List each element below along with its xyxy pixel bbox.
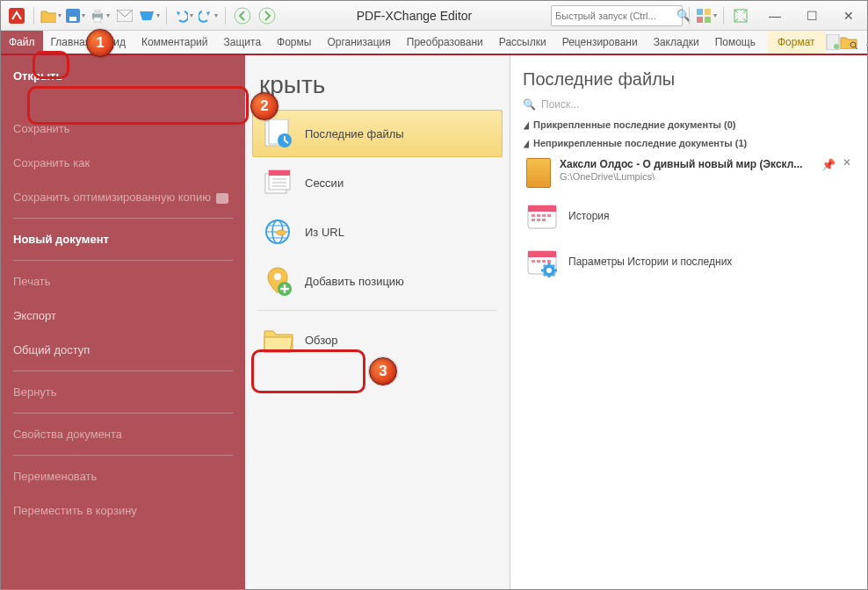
svg-point-8 bbox=[259, 8, 275, 24]
calendar-history-icon bbox=[526, 202, 558, 230]
ribbon-collapse-icon[interactable]: ᐱ bbox=[857, 38, 868, 47]
tab-mailings[interactable]: Рассылки bbox=[491, 31, 554, 54]
sidebar-item-save-as[interactable]: Сохранить как bbox=[1, 146, 245, 180]
open-sessions[interactable]: Сессии bbox=[252, 159, 503, 206]
recent-title: Последние файлы bbox=[523, 69, 855, 90]
svg-rect-5 bbox=[94, 18, 101, 22]
recent-files-icon bbox=[263, 119, 294, 148]
fullscreen-icon[interactable] bbox=[730, 5, 751, 26]
history-item[interactable]: История bbox=[523, 193, 855, 239]
sidebar-divider bbox=[13, 371, 233, 371]
sidebar-item-properties[interactable]: Свойства документа bbox=[1, 417, 245, 451]
open-add-place[interactable]: Добавить позицию bbox=[252, 257, 503, 305]
minimize-button[interactable]: — bbox=[762, 9, 788, 23]
sessions-icon bbox=[263, 168, 294, 198]
nav-back-icon[interactable] bbox=[232, 5, 253, 26]
undo-icon[interactable] bbox=[173, 5, 194, 26]
svg-point-25 bbox=[274, 273, 281, 280]
svg-rect-28 bbox=[528, 205, 556, 212]
unpinned-group-label: Неприкрепленные последние документы (1) bbox=[533, 138, 747, 148]
recent-doc-path: G:\OneDrive\Lumpics\ bbox=[560, 171, 655, 182]
svg-rect-9 bbox=[697, 9, 703, 15]
sidebar-item-save[interactable]: Сохранить bbox=[1, 112, 245, 146]
tab-file[interactable]: Файл bbox=[1, 31, 43, 54]
svg-rect-41 bbox=[547, 260, 551, 263]
sidebar-item-save-optimized[interactable]: Сохранить оптимизированную копию bbox=[1, 180, 245, 214]
app-logo-icon bbox=[6, 5, 27, 26]
browse-folder-icon bbox=[263, 325, 294, 355]
tab-help[interactable]: Помощь bbox=[707, 31, 763, 54]
svg-rect-34 bbox=[537, 219, 540, 221]
svg-rect-4 bbox=[94, 10, 101, 14]
sidebar-item-rename[interactable]: Переименовать bbox=[1, 459, 245, 493]
recent-files-panel: Последние файлы 🔍 Поиск... ◢Прикрепленны… bbox=[510, 55, 867, 589]
open-add-place-label: Добавить позицию bbox=[305, 275, 404, 288]
svg-rect-22 bbox=[269, 170, 290, 176]
save-icon[interactable] bbox=[65, 5, 86, 26]
svg-rect-40 bbox=[542, 260, 546, 263]
maximize-button[interactable]: ☐ bbox=[799, 9, 825, 23]
ui-options-icon[interactable] bbox=[696, 5, 717, 26]
sidebar-item-trash[interactable]: Переместить в корзину bbox=[1, 493, 245, 528]
tab-protect[interactable]: Защита bbox=[216, 31, 270, 54]
file-menu-sidebar: Открыть Сохранить Сохранить как Сохранит… bbox=[1, 55, 245, 589]
redo-icon[interactable] bbox=[198, 5, 219, 26]
sidebar-item-print[interactable]: Печать bbox=[1, 264, 245, 299]
svg-rect-35 bbox=[542, 219, 546, 221]
tab-convert[interactable]: Преобразовани bbox=[399, 31, 491, 54]
main-area: Открыть Сохранить Сохранить как Сохранит… bbox=[1, 55, 867, 589]
svg-rect-37 bbox=[528, 251, 556, 257]
recent-document-item[interactable]: Хаксли Олдос - О дивный новый мир (Экскл… bbox=[523, 153, 855, 193]
sidebar-divider bbox=[13, 260, 233, 261]
sidebar-divider bbox=[13, 413, 233, 414]
tab-bookmarks[interactable]: Закладки bbox=[646, 31, 707, 54]
tab-comment[interactable]: Комментарий bbox=[134, 31, 216, 54]
close-button[interactable]: ✕ bbox=[835, 9, 862, 23]
sidebar-divider bbox=[13, 455, 233, 456]
sidebar-item-open[interactable]: Открыть bbox=[1, 55, 245, 97]
open-browse-label: Обзор bbox=[305, 334, 338, 347]
nav-forward-icon[interactable] bbox=[257, 5, 278, 26]
sidebar-item-share[interactable]: Общий доступ bbox=[1, 333, 245, 367]
app-title: PDF-XChange Editor bbox=[281, 9, 547, 23]
open-sessions-label: Сессии bbox=[305, 176, 344, 190]
open-from-url[interactable]: Из URL bbox=[252, 208, 503, 255]
scan-icon[interactable] bbox=[139, 5, 160, 26]
open-browse[interactable]: Обзор bbox=[252, 316, 503, 363]
globe-url-icon bbox=[263, 217, 294, 247]
sidebar-item-export[interactable]: Экспорт bbox=[1, 299, 245, 333]
sidebar-item-revert[interactable]: Вернуть bbox=[1, 375, 245, 409]
pin-icon[interactable]: 📌 bbox=[821, 158, 835, 171]
mid-divider bbox=[257, 310, 497, 311]
recent-doc-title: Хаксли Олдос - О дивный новый мир (Экскл… bbox=[560, 158, 802, 170]
svg-point-7 bbox=[235, 8, 250, 24]
add-place-icon bbox=[263, 266, 294, 296]
print-icon[interactable] bbox=[90, 5, 111, 26]
recent-search[interactable]: 🔍 Поиск... bbox=[523, 98, 855, 111]
tab-home[interactable]: Главная bbox=[43, 31, 99, 54]
mail-icon[interactable] bbox=[114, 5, 135, 26]
find-folder-icon[interactable] bbox=[840, 35, 857, 49]
history-params-label: Параметры Истории и последних bbox=[568, 255, 732, 268]
quick-launch-search[interactable]: 🔍 bbox=[551, 5, 683, 26]
tab-format[interactable]: Формат bbox=[767, 31, 826, 54]
open-url-label: Из URL bbox=[305, 226, 344, 239]
pinned-group[interactable]: ◢Прикрепленные последние документы (0) bbox=[523, 116, 855, 134]
tab-review[interactable]: Рецензировани bbox=[554, 31, 646, 54]
open-sources-panel: крыть Последние файлы Сессии Из URL bbox=[245, 55, 510, 589]
tab-view[interactable]: Вид bbox=[98, 31, 134, 54]
open-folder-icon[interactable] bbox=[40, 5, 61, 26]
open-recent-files[interactable]: Последние файлы bbox=[252, 110, 503, 157]
quick-launch-input[interactable] bbox=[555, 11, 676, 21]
sidebar-item-new-doc[interactable]: Новый документ bbox=[1, 222, 245, 256]
tab-organize[interactable]: Организация bbox=[319, 31, 398, 54]
history-params-item[interactable]: Параметры Истории и последних bbox=[523, 239, 855, 284]
doc-icon[interactable] bbox=[826, 34, 840, 50]
top-toolbar: PDF-XChange Editor 🔍 — ☐ ✕ bbox=[1, 1, 867, 31]
remove-recent-icon[interactable]: ✕ bbox=[843, 156, 851, 169]
tab-forms[interactable]: Формы bbox=[269, 31, 319, 54]
svg-rect-31 bbox=[542, 214, 546, 217]
unpinned-group[interactable]: ◢Неприкрепленные последние документы (1) bbox=[523, 134, 855, 153]
svg-point-43 bbox=[546, 268, 552, 273]
svg-rect-12 bbox=[705, 17, 711, 23]
